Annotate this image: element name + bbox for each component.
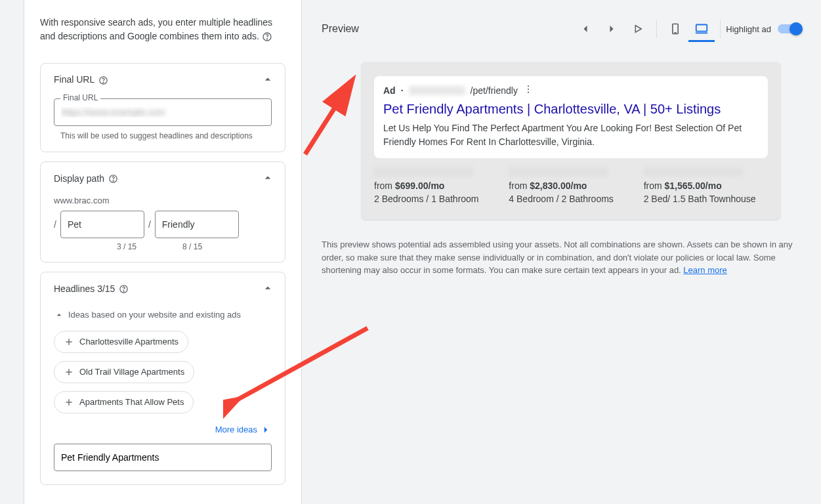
- help-icon[interactable]: [119, 283, 129, 294]
- display-domain: www.brac.com: [54, 196, 272, 205]
- ad-menu-button[interactable]: [523, 84, 534, 96]
- headlines-card: Headlines 3/15 Ideas based on your websi…: [40, 272, 285, 485]
- path-counter-row: 3 / 15 8 / 15: [54, 242, 272, 251]
- chevron-right-icon: [260, 424, 272, 436]
- ad-badge: Ad: [383, 85, 396, 96]
- path1-input[interactable]: [60, 211, 144, 238]
- plus-icon: [64, 367, 74, 377]
- listing-item: from $699.00/mo 2 Bedrooms / 1 Bathroom: [374, 167, 498, 204]
- more-vert-icon: [523, 84, 534, 94]
- app-root: With responsive search ads, you enter mu…: [0, 0, 821, 504]
- collapse-button[interactable]: [261, 171, 274, 186]
- path-slash: /: [148, 219, 151, 230]
- ad-preview-frame: Ad · /pet/friendly Pet Friendly Apartmen…: [361, 62, 781, 220]
- path2-counter: 8 / 15: [182, 242, 202, 251]
- plus-icon: [64, 337, 74, 347]
- ad-url: /pet/friendly: [471, 85, 518, 96]
- settings-panel: With responsive search ads, you enter mu…: [24, 0, 302, 504]
- chip-row: Charlottesville Apartments Old Trail Vil…: [54, 331, 272, 421]
- svg-point-14: [528, 92, 529, 93]
- preview-header: Preview Hig: [322, 16, 801, 42]
- svg-point-7: [123, 291, 124, 291]
- headlines-title: Headlines 3/15: [54, 283, 272, 294]
- separator: [656, 20, 657, 38]
- final-url-input[interactable]: [54, 98, 272, 126]
- ad-card: Ad · /pet/friendly Pet Friendly Apartmen…: [374, 76, 768, 158]
- blurred-domain: [409, 86, 465, 95]
- intro-text: With responsive search ads, you enter mu…: [24, 16, 301, 54]
- chevron-up-icon: [54, 310, 64, 320]
- desktop-view-button[interactable]: [688, 16, 715, 42]
- collapse-button[interactable]: [261, 282, 274, 297]
- final-url-card: Final URL Final URL This will be used to…: [40, 63, 285, 152]
- headline-chip[interactable]: Charlottesville Apartments: [54, 331, 188, 353]
- svg-point-13: [528, 89, 529, 90]
- ad-top-row: Ad · /pet/friendly: [383, 84, 759, 96]
- final-url-title: Final URL: [54, 74, 272, 85]
- help-icon[interactable]: [108, 173, 118, 184]
- preview-disclaimer: This preview shows potential ads assembl…: [322, 238, 801, 277]
- final-url-hint: This will be used to suggest headlines a…: [54, 131, 272, 142]
- desktop-icon: [694, 21, 709, 35]
- svg-point-5: [113, 180, 114, 181]
- next-button[interactable]: [599, 16, 625, 42]
- ideas-toggle[interactable]: Ideas based on your website and existing…: [54, 310, 272, 320]
- blurred-text: [644, 167, 743, 177]
- preview-controls: Highlight ad: [572, 16, 801, 42]
- learn-more-link[interactable]: Learn more: [683, 265, 726, 275]
- preview-panel: Preview Hig: [302, 0, 821, 504]
- chevron-right-icon: [605, 22, 618, 35]
- preview-title: Preview: [322, 23, 359, 35]
- highlight-toggle-wrap: Highlight ad: [726, 24, 801, 34]
- listings-row: from $699.00/mo 2 Bedrooms / 1 Bathroom …: [374, 167, 768, 204]
- path1-counter: 3 / 15: [117, 242, 137, 251]
- play-button[interactable]: [625, 16, 651, 42]
- help-icon[interactable]: [98, 74, 108, 85]
- play-icon: [632, 23, 644, 35]
- path2-input[interactable]: [155, 211, 239, 238]
- prev-button[interactable]: [572, 16, 599, 42]
- display-path-title: Display path: [54, 173, 272, 184]
- headline-input[interactable]: [54, 444, 272, 471]
- collapse-button[interactable]: [261, 73, 274, 88]
- blurred-text: [374, 167, 473, 177]
- display-path-card: Display path www.brac.com / / 3 / 15 8 /…: [40, 161, 285, 262]
- svg-point-1: [266, 39, 267, 39]
- path-slash: /: [54, 219, 56, 230]
- blurred-text: [509, 167, 608, 177]
- headline-chip[interactable]: Old Trail Village Apartments: [54, 361, 194, 383]
- plus-icon: [64, 397, 74, 408]
- svg-point-3: [103, 82, 104, 83]
- highlight-toggle[interactable]: [778, 24, 801, 33]
- svg-point-12: [528, 85, 529, 87]
- listing-item: from $2,830.00/mo 4 Bedroom / 2 Bathroom…: [509, 167, 633, 204]
- listing-item: from $1,565.00/mo 2 Bed/ 1.5 Bath Townho…: [644, 167, 768, 204]
- mobile-icon: [669, 22, 682, 35]
- final-url-label: Final URL: [60, 93, 100, 102]
- highlight-label: Highlight ad: [726, 24, 771, 34]
- separator: [720, 20, 721, 38]
- toggle-knob: [789, 22, 803, 35]
- help-icon[interactable]: [262, 31, 272, 41]
- svg-rect-10: [696, 24, 707, 31]
- mobile-view-button[interactable]: [662, 16, 688, 42]
- chevron-left-icon: [579, 22, 592, 35]
- more-ideas-link[interactable]: More ideas: [54, 424, 272, 436]
- ad-description: Let Us Help You Find The Perfect Apartme…: [383, 121, 759, 149]
- headline-chip[interactable]: Apartments That Allow Pets: [54, 391, 194, 413]
- ad-headline: Pet Friendly Apartments | Charlottesvill…: [383, 100, 759, 117]
